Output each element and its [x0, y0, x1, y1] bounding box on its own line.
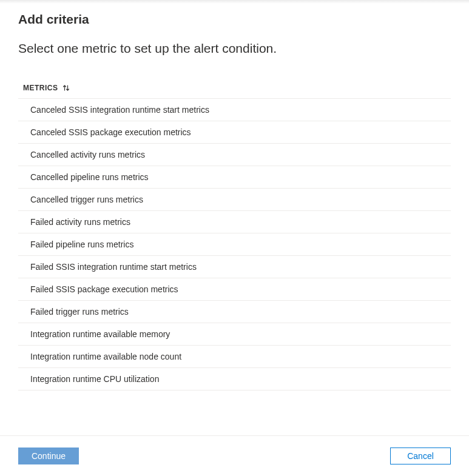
list-item[interactable]: Integration runtime CPU utilization: [18, 368, 451, 391]
list-item[interactable]: Canceled SSIS package execution metrics: [18, 121, 451, 144]
list-item[interactable]: Failed activity runs metrics: [18, 211, 451, 233]
column-header-row: Metrics: [18, 84, 451, 98]
list-item[interactable]: Canceled SSIS integration runtime start …: [18, 99, 451, 121]
list-item[interactable]: Cancelled activity runs metrics: [18, 144, 451, 166]
list-item[interactable]: Failed trigger runs metrics: [18, 301, 451, 323]
metrics-list-scroll[interactable]: Canceled SSIS integration runtime start …: [18, 98, 451, 435]
list-item[interactable]: Failed SSIS integration runtime start me…: [18, 256, 451, 278]
page-title: Add criteria: [18, 12, 451, 27]
page-subtitle: Select one metric to set up the alert co…: [18, 41, 451, 56]
panel-footer: Continue Cancel: [0, 435, 469, 476]
continue-button[interactable]: Continue: [18, 448, 79, 464]
list-item[interactable]: Integration runtime available node count: [18, 346, 451, 368]
metrics-column-header[interactable]: Metrics: [23, 84, 70, 92]
list-item[interactable]: Cancelled pipeline runs metrics: [18, 166, 451, 189]
metrics-column-label: Metrics: [23, 84, 58, 92]
metrics-list-container: Canceled SSIS integration runtime start …: [18, 98, 451, 435]
sort-icon: [62, 84, 70, 92]
list-item[interactable]: Failed SSIS package execution metrics: [18, 278, 451, 301]
list-item[interactable]: Integration runtime available memory: [18, 323, 451, 346]
list-item[interactable]: Cancelled trigger runs metrics: [18, 189, 451, 211]
cancel-button[interactable]: Cancel: [390, 448, 451, 464]
panel-content: Add criteria Select one metric to set up…: [0, 4, 469, 435]
list-item[interactable]: Failed pipeline runs metrics: [18, 233, 451, 256]
